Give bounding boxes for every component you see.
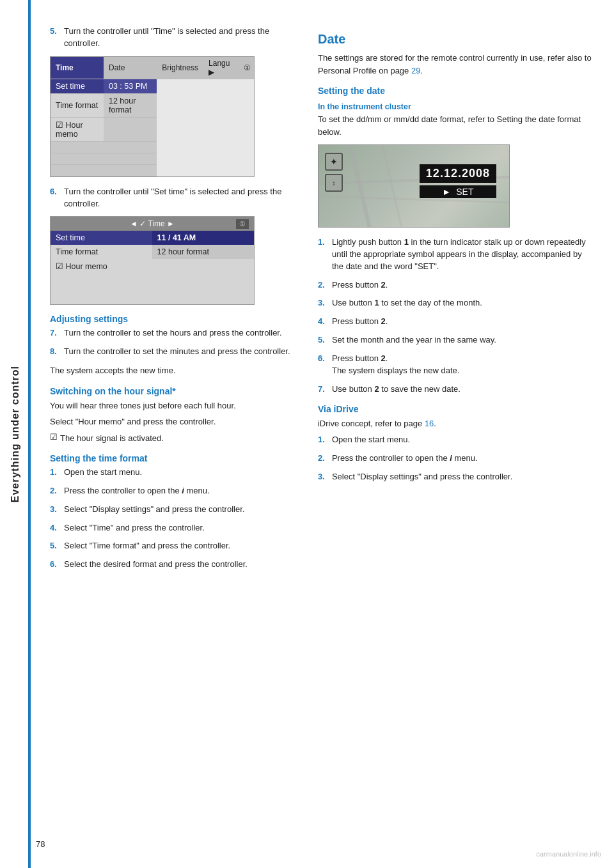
screen2-label-hour-memo: ☑ Hour memo bbox=[51, 259, 152, 274]
tf-step-1-text: Open the start menu. bbox=[64, 467, 299, 479]
nav-right-arrow: ► bbox=[167, 219, 175, 228]
btn-2-ref-2: 2 bbox=[381, 316, 386, 326]
step-5-text: Turn the controller until "Time" is sele… bbox=[64, 26, 299, 50]
step-5-num: 5. bbox=[50, 26, 64, 50]
tab-icon: ① bbox=[240, 57, 254, 79]
date-step-1-num: 1. bbox=[318, 236, 332, 273]
switching-hour-heading: Switching on the hour signal* bbox=[50, 386, 299, 396]
screen2-row-empty-c bbox=[51, 294, 254, 304]
step-8: 8. Turn the controller to set the minute… bbox=[50, 346, 299, 358]
step-7-num: 7. bbox=[50, 327, 64, 339]
date-step-2-text: Press button 2. bbox=[332, 279, 595, 291]
via-idrive-heading: Via iDrive bbox=[318, 404, 595, 414]
step-7-text: Turn the controller to set the hours and… bbox=[64, 327, 299, 339]
row-empty-1a bbox=[51, 141, 254, 153]
idrive-step-3-text: Select "Display settings" and press the … bbox=[332, 471, 595, 483]
empty-cell-1b bbox=[51, 153, 157, 164]
tf-step-3-text: Select "Display settings" and press the … bbox=[64, 504, 299, 516]
screen2-value-hour-memo bbox=[152, 259, 254, 274]
screen2-empty-a bbox=[51, 274, 254, 284]
step-6: 6. Turn the controller until "Set time" … bbox=[50, 186, 299, 210]
value-time-format-1: 12 hour format bbox=[104, 93, 157, 117]
tf-step-4-num: 4. bbox=[50, 522, 64, 534]
cluster-date-display: 12.12.2008 ► SET bbox=[420, 164, 496, 198]
date-step-5: 5. Set the month and the year in the sam… bbox=[318, 334, 595, 346]
btn-1-ref-1: 1 bbox=[404, 237, 409, 247]
value-set-time-1: 03 : 53 PM bbox=[104, 79, 157, 93]
time-format-step-4: 4. Select "Time" and press the controlle… bbox=[50, 522, 299, 534]
btn-2-ref-4: 2 bbox=[374, 384, 379, 394]
date-main-heading: Date bbox=[318, 32, 595, 47]
idrive-step-2: 2. Press the controller to open the i me… bbox=[318, 453, 595, 465]
date-step-5-num: 5. bbox=[318, 334, 332, 346]
cluster-set-text: SET bbox=[456, 187, 473, 197]
right-column: Date The settings are stored for the rem… bbox=[311, 26, 595, 842]
svg-line-0 bbox=[350, 145, 370, 227]
i-icon-tf2: i bbox=[182, 486, 184, 495]
label-set-time-1: Set time bbox=[51, 79, 104, 93]
screen2-empty-c bbox=[51, 294, 254, 304]
screen2-header-row: ◄ ✓ Time ► ① bbox=[51, 217, 254, 231]
date-step-6-extra: The system displays the new date. bbox=[332, 366, 459, 375]
label-hour-memo-1: ☑ Hour memo bbox=[51, 117, 104, 141]
idrive-step-2-num: 2. bbox=[318, 453, 332, 465]
page-ref-16[interactable]: 16 bbox=[425, 419, 434, 428]
row-hour-memo-1: ☑ Hour memo bbox=[51, 117, 254, 141]
cluster-image: ✦ ↕ 12.12.2008 ► SET bbox=[318, 144, 510, 228]
step-5: 5. Turn the controller until "Time" is s… bbox=[50, 26, 299, 50]
idrive-step-3: 3. Select "Display settings" and press t… bbox=[318, 471, 595, 483]
step-8-text: Turn the controller to set the minutes a… bbox=[64, 346, 299, 358]
screen2-row-empty-b bbox=[51, 284, 254, 294]
step-6-text: Turn the controller until "Set time" is … bbox=[64, 186, 299, 210]
menu-table-1: Time Date Brightness Langu ▶ ① Set time … bbox=[51, 57, 254, 176]
screen2-label-time-format: Time format bbox=[51, 245, 152, 259]
date-step-6: 6. Press button 2.The system displays th… bbox=[318, 353, 595, 377]
instrument-cluster-subheading: In the instrument cluster bbox=[318, 102, 595, 111]
date-step-1-text: Lightly push button 1 in the turn indica… bbox=[332, 236, 595, 273]
date-body-text: The settings are stored for the remote c… bbox=[318, 52, 595, 77]
checkmark-symbol: ☑ bbox=[50, 432, 58, 442]
tab-date: Date bbox=[104, 57, 157, 79]
cluster-icons-left: ✦ ↕ bbox=[325, 153, 343, 192]
page-ref-29[interactable]: 29 bbox=[411, 66, 420, 75]
step-6b-text: Select the desired format and press the … bbox=[64, 559, 299, 571]
screen2-label-set-time: Set time bbox=[51, 231, 152, 245]
cluster-icon-arrows: ↕ bbox=[325, 174, 343, 192]
tf-step-1-num: 1. bbox=[50, 467, 64, 479]
switching-hour-body: You will hear three tones just before ea… bbox=[50, 399, 299, 412]
label-time-format-1: Time format bbox=[51, 93, 104, 117]
idrive-step-1-num: 1. bbox=[318, 434, 332, 446]
tf-step-3-num: 3. bbox=[50, 504, 64, 516]
screen2-row-empty-a bbox=[51, 274, 254, 284]
cluster-set-arrow: ► bbox=[442, 187, 451, 197]
date-step-3-text: Use button 1 to set the day of the month… bbox=[332, 297, 595, 309]
setting-time-format-heading: Setting the time format bbox=[50, 453, 299, 463]
date-step-4-num: 4. bbox=[318, 316, 332, 328]
screen2-value-time-format: 12 hour format bbox=[152, 245, 254, 259]
row-set-time-1: Set time 03 : 53 PM bbox=[51, 79, 254, 93]
date-step-7-num: 7. bbox=[318, 384, 332, 396]
sidebar: Everything under control bbox=[0, 0, 31, 868]
date-step-2: 2. Press button 2. bbox=[318, 279, 595, 291]
date-step-1: 1. Lightly push button 1 in the turn ind… bbox=[318, 236, 595, 273]
row-empty-1c bbox=[51, 164, 254, 176]
date-step-5-text: Set the month and the year in the same w… bbox=[332, 334, 595, 346]
cluster-date-value: 12.12.2008 bbox=[420, 164, 496, 183]
date-step-7: 7. Use button 2 to save the new date. bbox=[318, 384, 595, 396]
screen2-row-hour-memo: ☑ Hour memo bbox=[51, 259, 254, 274]
idrive-step-1: 1. Open the start menu. bbox=[318, 434, 595, 446]
screen-2: ◄ ✓ Time ► ① Set time 11 / 41 AM Time fo… bbox=[50, 216, 255, 305]
cluster-set-display: ► SET bbox=[420, 185, 496, 198]
page-number: 78 bbox=[36, 839, 45, 849]
date-step-6-text: Press button 2.The system displays the n… bbox=[332, 353, 595, 377]
step-6-num: 6. bbox=[50, 186, 64, 210]
idrive-step-2-text: Press the controller to open the i menu. bbox=[332, 453, 595, 465]
hour-signal-activated: The hour signal is activated. bbox=[60, 432, 164, 445]
hour-signal-checkmark-row: ☑ The hour signal is activated. bbox=[50, 432, 299, 445]
accept-time-text: The system accepts the new time. bbox=[50, 364, 299, 377]
time-format-step-1: 1. Open the start menu. bbox=[50, 467, 299, 479]
step-6b-num: 6. bbox=[50, 559, 64, 571]
idrive-step-3-num: 3. bbox=[318, 471, 332, 483]
step-6b: 6. Select the desired format and press t… bbox=[50, 559, 299, 571]
date-step-2-num: 2. bbox=[318, 279, 332, 291]
